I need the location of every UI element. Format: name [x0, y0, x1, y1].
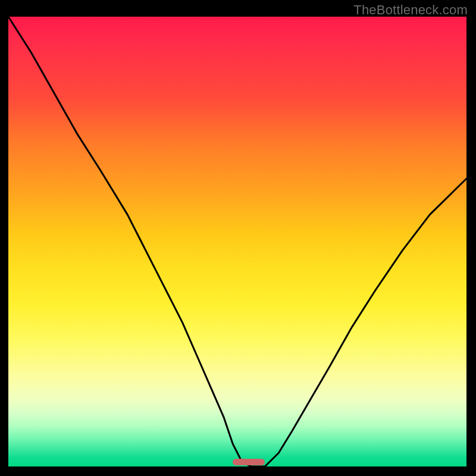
chart-frame — [8, 17, 466, 466]
watermark-text: TheBottleneck.com — [353, 2, 468, 18]
chart-curve-svg — [8, 17, 466, 466]
bottleneck-curve — [8, 17, 466, 466]
optimal-range-marker — [233, 459, 265, 465]
